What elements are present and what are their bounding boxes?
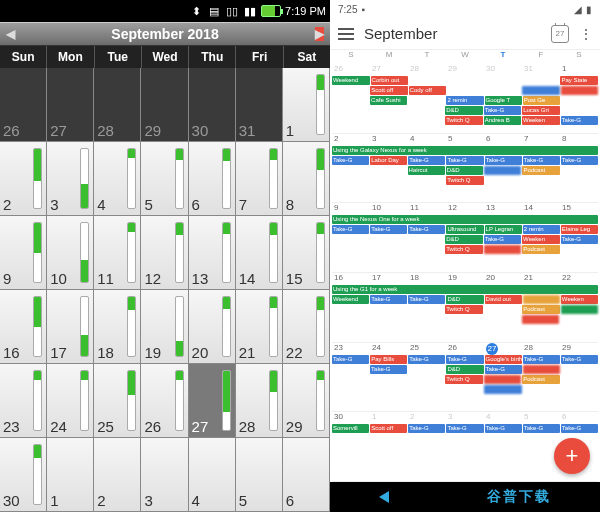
event-chip[interactable]: Haircut xyxy=(408,166,445,175)
event-chip[interactable]: Take-G xyxy=(370,365,407,374)
event-chip[interactable]: Take-G xyxy=(408,225,445,234)
event-chip[interactable]: Cafe Sushi xyxy=(370,96,407,105)
calendar-day-number[interactable]: 5 xyxy=(522,412,560,424)
event-chip[interactable]: █ xyxy=(484,166,521,175)
calendar-day[interactable]: 20 xyxy=(189,290,236,364)
calendar-day-number[interactable]: 24 xyxy=(370,343,408,355)
event-chip[interactable]: Take-G xyxy=(561,355,598,364)
event-chip[interactable]: █ xyxy=(561,305,598,314)
calendar-day[interactable]: 29 xyxy=(283,364,330,438)
event-chip[interactable]: Using the Nexus One for a week xyxy=(332,215,598,224)
calendar-day-number[interactable]: 23 xyxy=(332,343,370,355)
calendar-day-number[interactable]: 15 xyxy=(560,203,598,215)
event-chip[interactable]: █ xyxy=(523,365,560,374)
event-chip[interactable]: Andrea B xyxy=(484,116,521,125)
event-chip[interactable]: Pay Bills xyxy=(370,355,407,364)
calendar-day-number[interactable]: 6 xyxy=(560,412,598,424)
event-chip[interactable]: Weekend xyxy=(332,76,370,85)
calendar-day[interactable]: 24 xyxy=(47,364,94,438)
calendar-day[interactable]: 3 xyxy=(141,438,188,512)
calendar-day[interactable]: 2 xyxy=(0,142,47,216)
calendar-day[interactable]: 28 xyxy=(236,364,283,438)
calendar-day-number[interactable]: 11 xyxy=(408,203,446,215)
event-chip[interactable]: █ xyxy=(523,295,560,304)
calendar-day[interactable]: 1 xyxy=(47,438,94,512)
calendar-day[interactable]: 29 xyxy=(141,68,188,142)
calendar-day-number[interactable]: 2 xyxy=(408,412,446,424)
calendar-day[interactable]: 1 xyxy=(283,68,330,142)
calendar-day[interactable]: 6 xyxy=(189,142,236,216)
event-chip[interactable]: Take-G xyxy=(485,365,522,374)
calendar-day[interactable]: 23 xyxy=(0,364,47,438)
add-event-fab[interactable]: + xyxy=(554,438,590,474)
month-grid-new[interactable]: 2627282930311WeekendCorbin outPay StateS… xyxy=(330,64,600,482)
calendar-day-number[interactable]: 31 xyxy=(522,64,560,76)
event-chip[interactable]: Take-G xyxy=(561,235,598,244)
calendar-day-number[interactable]: 30 xyxy=(484,64,522,76)
calendar-day-number[interactable]: 28 xyxy=(408,64,446,76)
calendar-day-number[interactable]: 14 xyxy=(522,203,560,215)
calendar-day[interactable]: 10 xyxy=(47,216,94,290)
event-chip[interactable]: Take-G xyxy=(332,225,369,234)
calendar-day-number[interactable]: 13 xyxy=(484,203,522,215)
event-chip[interactable]: Scott off xyxy=(370,86,407,95)
calendar-day-number[interactable]: 25 xyxy=(408,343,446,355)
calendar-day[interactable]: 31 xyxy=(236,68,283,142)
calendar-day-number[interactable]: 10 xyxy=(370,203,408,215)
calendar-day[interactable]: 21 xyxy=(236,290,283,364)
month-grid-old[interactable]: 2627282930311234567891011121314151617181… xyxy=(0,68,330,512)
calendar-day-number[interactable]: 27 xyxy=(370,64,408,76)
month-title-bar[interactable]: ◀ September 2018 ▶ xyxy=(0,22,330,46)
event-chip[interactable]: Weeken xyxy=(522,116,559,125)
calendar-day-number[interactable]: 9 xyxy=(332,203,370,215)
calendar-day[interactable]: 26 xyxy=(141,364,188,438)
event-chip[interactable]: Corbin out xyxy=(371,76,409,85)
event-chip[interactable]: Weekend xyxy=(332,295,369,304)
calendar-day-number[interactable]: 7 xyxy=(522,134,560,146)
calendar-day[interactable]: 12 xyxy=(141,216,188,290)
event-chip[interactable]: David out xyxy=(485,295,522,304)
event-chip[interactable]: Cody off xyxy=(409,86,446,95)
event-chip[interactable]: D&D xyxy=(446,365,483,374)
event-chip[interactable]: Take-G xyxy=(523,355,560,364)
event-chip[interactable]: Take-G xyxy=(332,156,369,165)
event-chip[interactable]: Take-G xyxy=(370,295,407,304)
calendar-day-number[interactable]: 5 xyxy=(446,134,484,146)
next-month-chevron-icon[interactable]: ▶ xyxy=(315,27,324,41)
calendar-day-number[interactable]: 29 xyxy=(446,64,484,76)
calendar-day-number[interactable]: 3 xyxy=(446,412,484,424)
event-chip[interactable]: 2 remin xyxy=(446,96,483,105)
event-chip[interactable]: D&D xyxy=(446,295,483,304)
calendar-day-number[interactable]: 4 xyxy=(408,134,446,146)
calendar-day-number[interactable]: 21 xyxy=(522,273,560,285)
calendar-day-number[interactable]: 20 xyxy=(484,273,522,285)
event-chip[interactable]: Elaine Leg xyxy=(561,225,598,234)
calendar-day[interactable]: 11 xyxy=(94,216,141,290)
event-chip[interactable]: █ xyxy=(522,86,559,95)
event-chip[interactable]: Podcast xyxy=(522,375,559,384)
calendar-day-number[interactable]: 30 xyxy=(332,412,370,424)
event-chip[interactable]: Scott off xyxy=(370,424,407,433)
calendar-day[interactable]: 9 xyxy=(0,216,47,290)
event-chip[interactable]: D&D xyxy=(445,235,482,244)
calendar-day[interactable]: 4 xyxy=(94,142,141,216)
event-chip[interactable]: Post Ge xyxy=(523,96,560,105)
event-chip[interactable]: Take-G xyxy=(523,156,560,165)
event-chip[interactable]: Take-G xyxy=(408,156,445,165)
calendar-day[interactable]: 19 xyxy=(141,290,188,364)
prev-month-chevron-icon[interactable]: ◀ xyxy=(6,27,15,41)
event-chip[interactable]: Google's birthday (19 xyxy=(485,355,522,364)
calendar-day[interactable]: 14 xyxy=(236,216,283,290)
event-chip[interactable]: Somervill xyxy=(332,424,369,433)
calendar-day-number[interactable]: 2 xyxy=(332,134,370,146)
event-chip[interactable]: Take-G xyxy=(484,106,521,115)
event-chip[interactable]: Take-G xyxy=(446,355,483,364)
event-chip[interactable]: Podcast xyxy=(522,245,559,254)
calendar-day-number[interactable]: 6 xyxy=(484,134,522,146)
calendar-day[interactable]: 30 xyxy=(189,68,236,142)
event-chip[interactable]: Ultrasound xyxy=(446,225,483,234)
event-chip[interactable]: Take-G xyxy=(485,156,522,165)
event-chip[interactable]: Weeken xyxy=(561,295,598,304)
event-chip[interactable]: █ xyxy=(484,385,522,394)
event-chip[interactable]: █ xyxy=(522,315,560,324)
